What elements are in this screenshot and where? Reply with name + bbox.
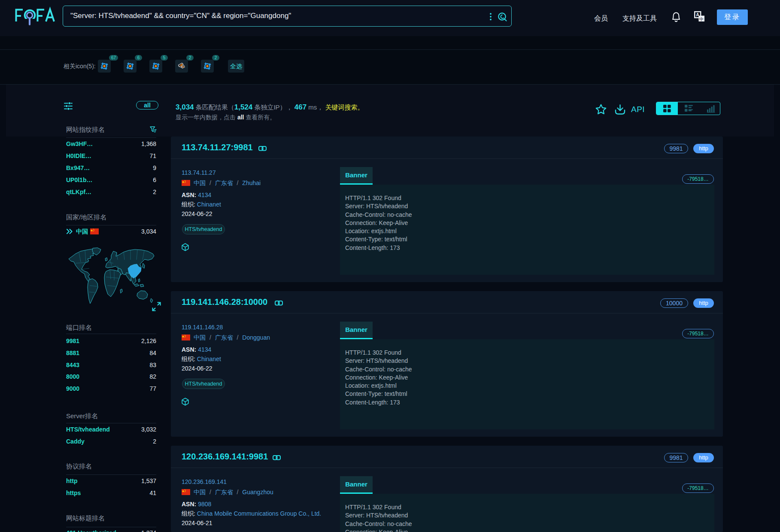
svg-text:中: 中 <box>699 17 704 21</box>
